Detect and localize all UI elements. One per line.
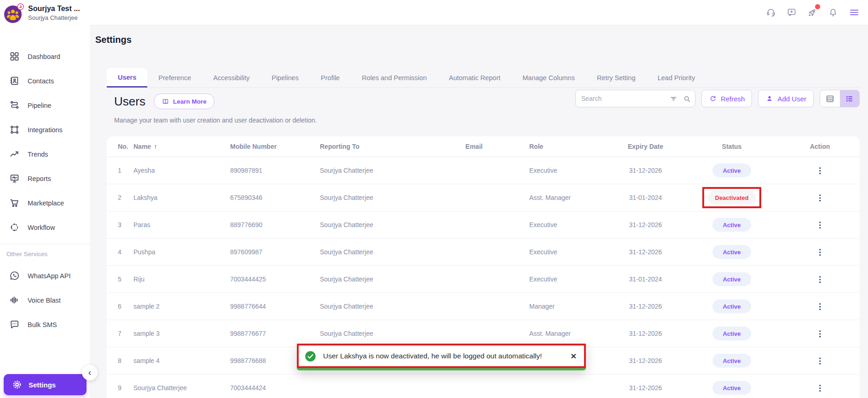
status-badge: Active bbox=[712, 327, 751, 340]
trends-icon bbox=[9, 149, 20, 159]
brand-logo bbox=[4, 3, 24, 23]
whatsapp-icon bbox=[9, 270, 20, 281]
sidebar-item-label: Voice Blast bbox=[28, 297, 61, 304]
tab-users[interactable]: Users bbox=[107, 68, 147, 88]
kebab-menu-icon[interactable]: ⋮ bbox=[816, 167, 824, 175]
sidebar-item-pipeline[interactable]: Pipeline bbox=[0, 93, 90, 117]
column-email: Email bbox=[419, 143, 529, 150]
sidebar-item-trends[interactable]: Trends bbox=[0, 142, 90, 166]
sidebar-collapse-button[interactable]: ‹ bbox=[82, 365, 98, 380]
refresh-button[interactable]: Refresh bbox=[701, 90, 752, 107]
column-mobile: Mobile Number bbox=[230, 143, 320, 150]
sidebar-item-label: Trends bbox=[28, 151, 48, 158]
support-headset-icon[interactable] bbox=[766, 7, 776, 18]
tab-pipelines[interactable]: Pipelines bbox=[260, 68, 310, 88]
tab-roles-and-permission[interactable]: Roles and Permission bbox=[351, 68, 438, 88]
bulk-sms-icon bbox=[9, 319, 20, 330]
toast-progress-bar bbox=[297, 368, 586, 370]
settings-button-label: Settings bbox=[29, 381, 56, 389]
learn-more-button[interactable]: Learn More bbox=[154, 94, 214, 109]
kebab-menu-icon[interactable]: ⋮ bbox=[816, 330, 824, 338]
sidebar-item-bulk-sms[interactable]: Bulk SMS bbox=[0, 312, 90, 337]
notifications-bell-icon[interactable] bbox=[828, 7, 838, 18]
menu-icon[interactable] bbox=[849, 7, 860, 18]
kebab-menu-icon[interactable]: ⋮ bbox=[816, 357, 824, 365]
sidebar-settings-button[interactable]: Settings bbox=[4, 374, 87, 395]
whats-new-rocket-icon[interactable] bbox=[807, 7, 817, 18]
tab-manage-columns[interactable]: Manage Columns bbox=[511, 68, 586, 88]
status-badge: Active bbox=[712, 245, 751, 259]
kebab-menu-icon[interactable]: ⋮ bbox=[816, 221, 824, 229]
status-badge: Active bbox=[712, 272, 751, 286]
filter-icon[interactable] bbox=[669, 94, 678, 103]
table-row: 1 Ayesha 890987891 Sourjya Chatterjee Ex… bbox=[107, 157, 860, 184]
chevron-left-icon: ‹ bbox=[88, 368, 92, 377]
table-row: 6 sample 2 9988776644 Sourjya Chatterjee… bbox=[107, 293, 860, 320]
table-view-button[interactable] bbox=[820, 90, 840, 107]
kebab-menu-icon[interactable]: ⋮ bbox=[816, 275, 824, 283]
settings-tabs: Users Preference Accessibility Pipelines… bbox=[107, 68, 860, 88]
sidebar-item-label: Bulk SMS bbox=[28, 321, 57, 328]
brand[interactable]: Sourjya Test ... Sourjya Chatterjee bbox=[0, 0, 90, 27]
notification-dot bbox=[815, 4, 820, 9]
dashboard-icon bbox=[9, 51, 20, 62]
tab-automatic-report[interactable]: Automatic Report bbox=[438, 68, 511, 88]
contacts-icon bbox=[9, 76, 20, 86]
tab-accessibility[interactable]: Accessibility bbox=[202, 68, 260, 88]
column-action: Action bbox=[780, 143, 860, 150]
close-icon[interactable]: ✕ bbox=[570, 352, 578, 361]
sidebar-item-reports[interactable]: Reports bbox=[0, 166, 90, 191]
tab-preference[interactable]: Preference bbox=[147, 68, 202, 88]
list-view-button[interactable] bbox=[840, 90, 860, 107]
kebab-menu-icon[interactable]: ⋮ bbox=[816, 384, 824, 392]
sidebar-item-whatsapp-api[interactable]: WhatsApp API bbox=[0, 263, 90, 288]
refresh-icon bbox=[709, 94, 717, 103]
sidebar-item-integrations[interactable]: Integrations bbox=[0, 117, 90, 142]
column-reporting-to: Reporting To bbox=[320, 143, 419, 150]
sidebar-item-voice-blast[interactable]: Voice Blast bbox=[0, 288, 90, 312]
check-circle-icon bbox=[304, 350, 317, 363]
tab-profile[interactable]: Profile bbox=[310, 68, 351, 88]
sidebar-item-marketplace[interactable]: Marketplace bbox=[0, 191, 90, 215]
refresh-label: Refresh bbox=[721, 95, 745, 103]
list-view-icon bbox=[845, 94, 854, 104]
search-input[interactable] bbox=[581, 95, 665, 102]
table-header: No. Name↑ Mobile Number Reporting To Ema… bbox=[107, 136, 860, 157]
table-view-icon bbox=[825, 94, 835, 104]
table-row: 2 Lakshya 675890346 Sourjya Chatterjee A… bbox=[107, 184, 860, 211]
search-box bbox=[575, 90, 695, 107]
learn-more-label: Learn More bbox=[173, 98, 207, 105]
column-status: Status bbox=[683, 143, 780, 150]
main-content: Settings Users Preference Accessibility … bbox=[90, 25, 868, 398]
sidebar: Sourjya Test ... Sourjya Chatterjee Dash… bbox=[0, 0, 90, 398]
feedback-message-icon[interactable] bbox=[787, 7, 797, 18]
sidebar-item-workflow[interactable]: Workflow bbox=[0, 215, 90, 240]
sidebar-item-label: Contacts bbox=[28, 77, 54, 85]
sidebar-item-label: Pipeline bbox=[28, 102, 52, 109]
add-user-label: Add User bbox=[777, 95, 806, 103]
sidebar-item-label: Dashboard bbox=[28, 53, 60, 60]
sort-ascending-icon[interactable]: ↑ bbox=[154, 143, 157, 150]
status-badge: Active bbox=[712, 218, 751, 232]
kebab-menu-icon[interactable]: ⋮ bbox=[816, 303, 824, 310]
kebab-menu-icon[interactable]: ⋮ bbox=[816, 248, 824, 256]
sidebar-item-dashboard[interactable]: Dashboard bbox=[0, 44, 90, 69]
add-user-button[interactable]: Add User bbox=[758, 90, 814, 107]
page-title: Settings bbox=[95, 35, 132, 45]
tab-retry-setting[interactable]: Retry Setting bbox=[586, 68, 647, 88]
table-row: 4 Pushpa 897609987 Sourjya Chatterjee Ex… bbox=[107, 239, 860, 266]
table-row: 9 Sourjya Chatterjee 7003444424 31-12-20… bbox=[107, 375, 860, 398]
column-expiry-date: Expiry Date bbox=[608, 143, 683, 150]
sidebar-item-contacts[interactable]: Contacts bbox=[0, 69, 90, 93]
column-name: Name bbox=[133, 143, 151, 150]
tab-lead-priority[interactable]: Lead Priority bbox=[647, 68, 706, 88]
status-badge: Active bbox=[712, 381, 751, 395]
toast-message: User Lakshya is now deactivated, he will… bbox=[323, 352, 563, 360]
kebab-menu-icon[interactable]: ⋮ bbox=[816, 194, 824, 202]
toast-notification: User Lakshya is now deactivated, he will… bbox=[297, 344, 586, 370]
column-role: Role bbox=[529, 143, 608, 150]
search-icon[interactable] bbox=[683, 94, 691, 103]
other-services-label: Other Services bbox=[0, 244, 90, 263]
status-badge: Active bbox=[712, 164, 751, 177]
sidebar-item-label: Workflow bbox=[28, 224, 55, 231]
